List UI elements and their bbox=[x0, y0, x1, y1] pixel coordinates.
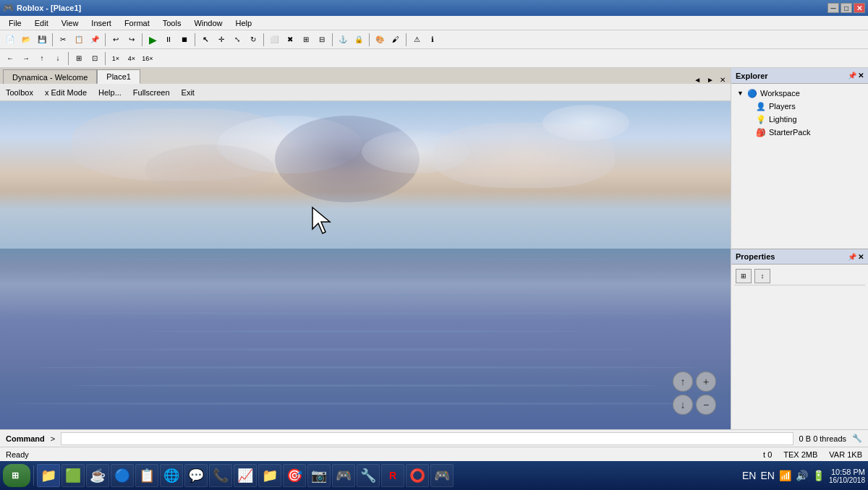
redo-button[interactable]: ↪ bbox=[124, 33, 139, 47]
tray-volume[interactable]: 🔊 bbox=[796, 470, 808, 481]
props-sort-btn[interactable]: ↕ bbox=[754, 269, 770, 283]
cut-button[interactable]: ✂ bbox=[56, 33, 70, 47]
taskbar-img[interactable]: 📷 bbox=[307, 464, 331, 487]
anchor-button[interactable]: ⚓ bbox=[336, 33, 350, 47]
edit-mode-btn[interactable]: x Edit Mode bbox=[45, 88, 87, 97]
toolbox-btn[interactable]: Toolbox bbox=[6, 88, 33, 97]
tab-next[interactable]: ► bbox=[705, 76, 716, 84]
taskbar-minecraft[interactable]: 🟩 bbox=[61, 464, 85, 487]
close-button[interactable]: ✕ bbox=[854, 3, 865, 13]
menu-format[interactable]: Format bbox=[119, 17, 156, 29]
move-tool[interactable]: ✛ bbox=[214, 33, 229, 47]
play-button[interactable]: ▶ bbox=[145, 33, 160, 47]
taskbar-tools[interactable]: 🔧 bbox=[357, 464, 380, 487]
new-button[interactable]: 📄 bbox=[3, 33, 17, 47]
tree-players[interactable]: 👤 Players bbox=[734, 100, 865, 113]
taskbar-skype[interactable]: 📞 bbox=[209, 464, 232, 487]
menu-view[interactable]: View bbox=[56, 17, 85, 29]
cloud6 bbox=[542, 105, 629, 141]
taskbar-filezilla[interactable]: 📋 bbox=[135, 464, 158, 487]
explorer-controls[interactable]: 📌 ✕ bbox=[848, 72, 864, 79]
menu-insert[interactable]: Insert bbox=[85, 17, 117, 29]
warning-button[interactable]: ⚠ bbox=[409, 33, 424, 47]
taskbar-firefox[interactable]: 🌐 bbox=[160, 464, 183, 487]
nav-zoom-in[interactable]: + bbox=[696, 371, 716, 392]
exit-btn[interactable]: Exit bbox=[182, 88, 195, 97]
t-btn1[interactable]: 1× bbox=[109, 51, 123, 66]
snap-btn[interactable]: ⊡ bbox=[88, 51, 102, 66]
select-tool[interactable]: ↖ bbox=[198, 33, 213, 47]
stop-button[interactable]: ⏹ bbox=[177, 33, 192, 47]
pause-button[interactable]: ⏸ bbox=[161, 33, 176, 47]
taskbar-obs[interactable]: ⭕ bbox=[406, 464, 429, 487]
properties-close[interactable]: ✕ bbox=[858, 253, 864, 261]
rotate-tool[interactable]: ↻ bbox=[246, 33, 260, 47]
title-bar-controls[interactable]: ─ □ ✕ bbox=[827, 3, 865, 13]
tree-starterpack[interactable]: 🎒 StarterPack bbox=[734, 126, 865, 139]
explorer-header: Explorer 📌 ✕ bbox=[731, 68, 868, 84]
maximize-button[interactable]: □ bbox=[841, 3, 852, 13]
save-button[interactable]: 💾 bbox=[35, 33, 49, 47]
arrow-down[interactable]: ↓ bbox=[51, 51, 65, 66]
start-button[interactable]: ⊞ bbox=[3, 464, 30, 487]
info-button[interactable]: ℹ bbox=[425, 33, 440, 47]
tab-place1[interactable]: Place1 bbox=[97, 69, 140, 84]
taskbar-folder2[interactable]: 📁 bbox=[258, 464, 281, 487]
tree-workspace[interactable]: ▼ 🔵 Workspace bbox=[734, 87, 865, 100]
paste-button[interactable]: 📌 bbox=[88, 33, 102, 47]
taskbar-game[interactable]: 🎮 bbox=[332, 464, 355, 487]
menu-help[interactable]: Help bbox=[230, 17, 258, 29]
menu-tools[interactable]: Tools bbox=[157, 17, 187, 29]
taskbar-roblox2[interactable]: 🎮 bbox=[430, 464, 454, 487]
props-grid-btn[interactable]: ⊞ bbox=[736, 269, 752, 283]
properties-pin[interactable]: 📌 bbox=[848, 253, 856, 261]
ungroup-button[interactable]: ⊟ bbox=[315, 33, 329, 47]
tab-close[interactable]: ✕ bbox=[718, 76, 728, 84]
taskbar-discord[interactable]: 💬 bbox=[184, 464, 208, 487]
scale-tool[interactable]: ⤡ bbox=[230, 33, 244, 47]
t-btn2[interactable]: 4× bbox=[124, 51, 139, 66]
menu-file[interactable]: File bbox=[3, 17, 27, 29]
undo-button[interactable]: ↩ bbox=[109, 33, 123, 47]
menu-window[interactable]: Window bbox=[188, 17, 228, 29]
tab-prev[interactable]: ◄ bbox=[692, 76, 703, 84]
tree-lighting[interactable]: 💡 Lighting bbox=[734, 113, 865, 126]
explorer-pin[interactable]: 📌 bbox=[848, 72, 856, 79]
minimize-button[interactable]: ─ bbox=[827, 3, 839, 13]
arrow-right[interactable]: → bbox=[19, 51, 33, 66]
paint-button[interactable]: 🎨 bbox=[373, 33, 387, 47]
menu-edit[interactable]: Edit bbox=[29, 17, 54, 29]
taskbar-folder[interactable]: 📁 bbox=[37, 464, 60, 487]
nav-up[interactable]: ↑ bbox=[673, 371, 693, 392]
tray-network[interactable]: 📶 bbox=[779, 470, 791, 481]
tab-dynamica[interactable]: Dynamica - Welcome bbox=[3, 69, 97, 84]
taskbar-java[interactable]: ☕ bbox=[86, 464, 109, 487]
title-bar-left: 🎮 Roblox - [Place1] bbox=[3, 3, 81, 13]
workspace-expand[interactable]: ▼ bbox=[737, 90, 744, 97]
taskbar-bullzip[interactable]: 🎯 bbox=[283, 464, 306, 487]
taskbar-roblox-red[interactable]: R bbox=[381, 464, 404, 487]
nav-zoom-out[interactable]: − bbox=[696, 395, 716, 415]
arrow-left[interactable]: ← bbox=[3, 51, 17, 66]
copy-button[interactable]: 📋 bbox=[72, 33, 86, 47]
grid-btn[interactable]: ⊞ bbox=[72, 51, 86, 66]
collision-button[interactable]: 🔒 bbox=[352, 33, 366, 47]
explorer-close[interactable]: ✕ bbox=[858, 72, 864, 79]
properties-controls[interactable]: 📌 ✕ bbox=[848, 253, 864, 261]
nav-down[interactable]: ↓ bbox=[673, 395, 693, 415]
t-btn3[interactable]: 16× bbox=[140, 51, 155, 66]
arrow-up[interactable]: ↑ bbox=[35, 51, 49, 66]
delete-button[interactable]: ✖ bbox=[283, 33, 297, 47]
part-button[interactable]: ⬜ bbox=[267, 33, 281, 47]
group-button[interactable]: ⊞ bbox=[299, 33, 313, 47]
command-input[interactable] bbox=[61, 432, 793, 445]
help-btn[interactable]: Help... bbox=[98, 88, 122, 97]
taskbar-chart[interactable]: 📈 bbox=[234, 464, 257, 487]
viewport[interactable]: ↑ + ↓ − bbox=[0, 101, 731, 429]
taskbar-blue[interactable]: 🔵 bbox=[111, 464, 134, 487]
properties-title: Properties bbox=[736, 252, 775, 261]
material-button[interactable]: 🖌 bbox=[388, 33, 403, 47]
fullscreen-btn[interactable]: Fullscreen bbox=[133, 88, 170, 97]
tray-en: EN bbox=[760, 470, 774, 481]
open-button[interactable]: 📂 bbox=[19, 33, 33, 47]
